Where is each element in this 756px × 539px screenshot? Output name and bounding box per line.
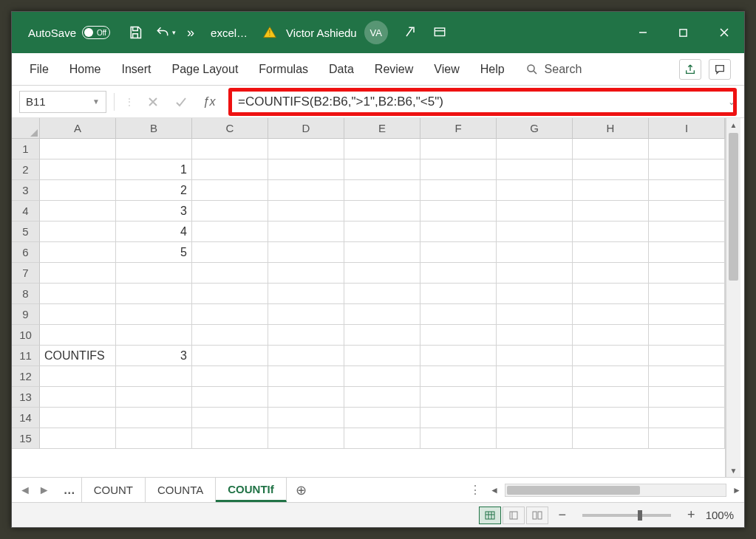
cell[interactable]: [573, 325, 649, 346]
cell[interactable]: [649, 325, 725, 346]
cell[interactable]: [192, 139, 268, 159]
cell[interactable]: [116, 284, 192, 304]
cell[interactable]: [420, 159, 497, 180]
cell[interactable]: [649, 139, 725, 159]
cell[interactable]: [344, 201, 420, 222]
cell[interactable]: [573, 304, 649, 325]
cell[interactable]: [268, 428, 344, 449]
cell[interactable]: [344, 139, 420, 159]
row-header[interactable]: 14: [12, 408, 40, 428]
cell[interactable]: [344, 263, 420, 284]
cell[interactable]: [40, 159, 116, 180]
cell[interactable]: [573, 201, 649, 222]
cell[interactable]: [40, 242, 116, 263]
cell[interactable]: 2: [116, 180, 192, 201]
cell[interactable]: [420, 222, 497, 242]
row-header[interactable]: 10: [12, 325, 40, 346]
autosave-toggle[interactable]: Off: [82, 26, 110, 39]
cell[interactable]: [116, 387, 192, 408]
cell[interactable]: [497, 222, 573, 242]
column-header[interactable]: E: [344, 118, 420, 139]
cell[interactable]: [268, 346, 344, 366]
save-button[interactable]: [122, 19, 149, 46]
row-header[interactable]: 6: [12, 242, 40, 263]
cell[interactable]: [497, 159, 573, 180]
cell[interactable]: [40, 325, 116, 346]
zoom-slider[interactable]: [582, 514, 671, 517]
vertical-scrollbar[interactable]: ▲ ▼: [726, 118, 740, 477]
normal-view-button[interactable]: [479, 507, 501, 524]
cell[interactable]: [649, 222, 725, 242]
cell[interactable]: [420, 325, 497, 346]
cell[interactable]: [649, 159, 725, 180]
row-header[interactable]: 9: [12, 304, 40, 325]
scroll-up-arrow[interactable]: ▲: [726, 118, 740, 131]
cell[interactable]: [497, 201, 573, 222]
column-header[interactable]: I: [649, 118, 725, 139]
cell[interactable]: [40, 304, 116, 325]
row-header[interactable]: 7: [12, 263, 40, 284]
cell[interactable]: [649, 180, 725, 201]
cell[interactable]: [573, 387, 649, 408]
search-box[interactable]: Search: [515, 63, 593, 76]
ribbon-display-button[interactable]: [426, 19, 453, 46]
row-header[interactable]: 11: [12, 346, 40, 366]
cell[interactable]: [497, 139, 573, 159]
cell[interactable]: [268, 408, 344, 428]
sheet-nav-prev[interactable]: ◄: [19, 484, 31, 497]
cell[interactable]: [573, 263, 649, 284]
row-header[interactable]: 4: [12, 201, 40, 222]
cell[interactable]: [344, 159, 420, 180]
row-header[interactable]: 2: [12, 159, 40, 180]
qat-overflow[interactable]: »: [180, 25, 202, 41]
cell[interactable]: [420, 387, 497, 408]
maximize-button[interactable]: [663, 12, 704, 53]
row-header[interactable]: 12: [12, 366, 40, 387]
cell[interactable]: [192, 242, 268, 263]
cell[interactable]: [420, 366, 497, 387]
zoom-in-button[interactable]: +: [684, 507, 698, 523]
cell[interactable]: [497, 304, 573, 325]
cell[interactable]: [344, 428, 420, 449]
tab-view[interactable]: View: [423, 53, 469, 85]
cell[interactable]: [344, 387, 420, 408]
cell[interactable]: [116, 263, 192, 284]
sheet-nav-next[interactable]: ►: [38, 484, 50, 497]
cell[interactable]: [420, 304, 497, 325]
cell-grid[interactable]: ABCDEFGHI121324354657891011COUNTIFS31213…: [12, 118, 726, 477]
cell[interactable]: [192, 304, 268, 325]
cell[interactable]: [573, 222, 649, 242]
zoom-level[interactable]: 100%: [706, 509, 734, 521]
row-header[interactable]: 15: [12, 428, 40, 449]
cell[interactable]: [573, 159, 649, 180]
column-header[interactable]: C: [192, 118, 268, 139]
cell[interactable]: [192, 408, 268, 428]
sheet-overflow[interactable]: …: [58, 478, 82, 502]
cell[interactable]: [573, 346, 649, 366]
cell[interactable]: [116, 428, 192, 449]
share-button[interactable]: [679, 59, 701, 80]
cell[interactable]: [649, 387, 725, 408]
cell[interactable]: [116, 366, 192, 387]
cell[interactable]: [649, 242, 725, 263]
cell[interactable]: [268, 242, 344, 263]
tab-home[interactable]: Home: [59, 53, 112, 85]
tab-insert[interactable]: Insert: [111, 53, 161, 85]
close-button[interactable]: [704, 12, 744, 53]
cell[interactable]: [40, 201, 116, 222]
cell[interactable]: [192, 346, 268, 366]
cell[interactable]: [192, 284, 268, 304]
cell[interactable]: [40, 180, 116, 201]
insert-function-button[interactable]: ƒx: [197, 91, 221, 113]
cell[interactable]: [649, 346, 725, 366]
cell[interactable]: [649, 428, 725, 449]
cell[interactable]: [420, 201, 497, 222]
cell[interactable]: [573, 428, 649, 449]
cell[interactable]: [344, 408, 420, 428]
tab-formulas[interactable]: Formulas: [248, 53, 319, 85]
cell[interactable]: [573, 408, 649, 428]
column-header[interactable]: A: [40, 118, 116, 139]
cell[interactable]: [344, 325, 420, 346]
cell[interactable]: [420, 284, 497, 304]
cell[interactable]: [40, 387, 116, 408]
